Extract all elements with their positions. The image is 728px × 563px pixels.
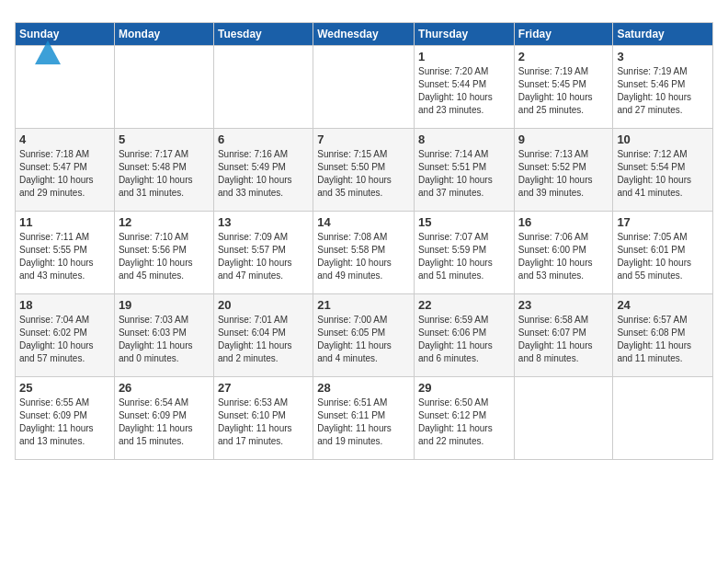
day-number: 3 bbox=[617, 50, 709, 63]
calendar-week-4: 18Sunrise: 7:04 AM Sunset: 6:02 PM Dayli… bbox=[16, 294, 713, 377]
weekday-header-saturday: Saturday bbox=[613, 23, 713, 46]
day-number: 2 bbox=[518, 50, 609, 63]
calendar-cell: 3Sunrise: 7:19 AM Sunset: 5:46 PM Daylig… bbox=[613, 46, 713, 129]
day-info: Sunrise: 6:50 AM Sunset: 6:12 PM Dayligh… bbox=[418, 396, 510, 448]
day-info: Sunrise: 7:19 AM Sunset: 5:46 PM Dayligh… bbox=[617, 65, 709, 117]
day-info: Sunrise: 7:06 AM Sunset: 6:00 PM Dayligh… bbox=[518, 231, 609, 282]
logo bbox=[29, 37, 70, 77]
calendar-cell bbox=[514, 377, 613, 460]
day-number: 22 bbox=[418, 298, 510, 312]
day-info: Sunrise: 6:55 AM Sunset: 6:09 PM Dayligh… bbox=[19, 396, 110, 448]
day-info: Sunrise: 7:14 AM Sunset: 5:51 PM Dayligh… bbox=[418, 148, 510, 200]
calendar-cell: 7Sunrise: 7:15 AM Sunset: 5:50 PM Daylig… bbox=[313, 129, 415, 212]
calendar-week-3: 11Sunrise: 7:11 AM Sunset: 5:55 PM Dayli… bbox=[16, 212, 713, 294]
calendar-cell bbox=[613, 377, 713, 460]
day-info: Sunrise: 7:11 AM Sunset: 5:55 PM Dayligh… bbox=[19, 231, 110, 282]
day-number: 9 bbox=[518, 132, 609, 146]
day-number: 29 bbox=[418, 381, 510, 395]
calendar-week-2: 4Sunrise: 7:18 AM Sunset: 5:47 PM Daylig… bbox=[16, 129, 713, 212]
day-info: Sunrise: 7:17 AM Sunset: 5:48 PM Dayligh… bbox=[119, 148, 210, 200]
calendar-cell: 27Sunrise: 6:53 AM Sunset: 6:10 PM Dayli… bbox=[213, 377, 313, 460]
calendar-cell bbox=[114, 46, 213, 129]
calendar-cell: 2Sunrise: 7:19 AM Sunset: 5:45 PM Daylig… bbox=[514, 46, 613, 129]
day-number: 20 bbox=[218, 298, 309, 312]
weekday-header-wednesday: Wednesday bbox=[313, 23, 415, 46]
day-number: 11 bbox=[19, 215, 110, 229]
calendar-cell: 11Sunrise: 7:11 AM Sunset: 5:55 PM Dayli… bbox=[16, 212, 115, 294]
day-number: 19 bbox=[119, 298, 210, 312]
calendar-cell: 6Sunrise: 7:16 AM Sunset: 5:49 PM Daylig… bbox=[213, 129, 313, 212]
day-number: 12 bbox=[119, 215, 210, 229]
day-number: 27 bbox=[218, 381, 309, 395]
day-info: Sunrise: 7:05 AM Sunset: 6:01 PM Dayligh… bbox=[617, 231, 709, 282]
day-info: Sunrise: 7:12 AM Sunset: 5:54 PM Dayligh… bbox=[617, 148, 709, 200]
calendar-cell: 26Sunrise: 6:54 AM Sunset: 6:09 PM Dayli… bbox=[114, 377, 213, 460]
calendar-cell: 23Sunrise: 6:58 AM Sunset: 6:07 PM Dayli… bbox=[514, 294, 613, 377]
day-number: 14 bbox=[317, 215, 410, 229]
weekday-header-tuesday: Tuesday bbox=[213, 23, 313, 46]
calendar-cell: 20Sunrise: 7:01 AM Sunset: 6:04 PM Dayli… bbox=[213, 294, 313, 377]
day-info: Sunrise: 7:09 AM Sunset: 5:57 PM Dayligh… bbox=[218, 231, 309, 282]
day-info: Sunrise: 7:10 AM Sunset: 5:56 PM Dayligh… bbox=[119, 231, 210, 282]
weekday-header-thursday: Thursday bbox=[415, 23, 515, 46]
calendar-cell: 17Sunrise: 7:05 AM Sunset: 6:01 PM Dayli… bbox=[613, 212, 713, 294]
day-info: Sunrise: 7:04 AM Sunset: 6:02 PM Dayligh… bbox=[19, 314, 110, 365]
calendar-cell: 22Sunrise: 6:59 AM Sunset: 6:06 PM Dayli… bbox=[415, 294, 515, 377]
calendar-cell: 4Sunrise: 7:18 AM Sunset: 5:47 PM Daylig… bbox=[16, 129, 115, 212]
day-number: 17 bbox=[617, 215, 709, 229]
weekday-header-row: SundayMondayTuesdayWednesdayThursdayFrid… bbox=[16, 23, 713, 46]
calendar-cell: 8Sunrise: 7:14 AM Sunset: 5:51 PM Daylig… bbox=[415, 129, 515, 212]
calendar-cell bbox=[213, 46, 313, 129]
day-info: Sunrise: 6:53 AM Sunset: 6:10 PM Dayligh… bbox=[218, 396, 309, 448]
day-number: 28 bbox=[317, 381, 410, 395]
calendar-table: SundayMondayTuesdayWednesdayThursdayFrid… bbox=[15, 22, 713, 460]
day-number: 6 bbox=[218, 132, 309, 146]
day-number: 26 bbox=[119, 381, 210, 395]
calendar-cell: 14Sunrise: 7:08 AM Sunset: 5:58 PM Dayli… bbox=[313, 212, 415, 294]
day-info: Sunrise: 7:16 AM Sunset: 5:49 PM Dayligh… bbox=[218, 148, 309, 200]
day-number: 21 bbox=[317, 298, 410, 312]
calendar-cell: 25Sunrise: 6:55 AM Sunset: 6:09 PM Dayli… bbox=[16, 377, 115, 460]
svg-marker-0 bbox=[35, 40, 61, 64]
logo-icon bbox=[29, 37, 66, 74]
day-info: Sunrise: 6:58 AM Sunset: 6:07 PM Dayligh… bbox=[518, 314, 609, 365]
day-number: 7 bbox=[317, 132, 410, 146]
day-info: Sunrise: 7:07 AM Sunset: 5:59 PM Dayligh… bbox=[418, 231, 510, 282]
day-number: 13 bbox=[218, 215, 309, 229]
calendar-cell: 28Sunrise: 6:51 AM Sunset: 6:11 PM Dayli… bbox=[313, 377, 415, 460]
day-number: 1 bbox=[418, 50, 510, 63]
calendar-cell: 18Sunrise: 7:04 AM Sunset: 6:02 PM Dayli… bbox=[16, 294, 115, 377]
calendar-cell bbox=[313, 46, 415, 129]
calendar-week-5: 25Sunrise: 6:55 AM Sunset: 6:09 PM Dayli… bbox=[16, 377, 713, 460]
day-info: Sunrise: 7:00 AM Sunset: 6:05 PM Dayligh… bbox=[317, 314, 410, 365]
day-number: 4 bbox=[19, 132, 110, 146]
day-info: Sunrise: 7:03 AM Sunset: 6:03 PM Dayligh… bbox=[119, 314, 210, 365]
calendar-cell: 29Sunrise: 6:50 AM Sunset: 6:12 PM Dayli… bbox=[415, 377, 515, 460]
calendar-cell: 12Sunrise: 7:10 AM Sunset: 5:56 PM Dayli… bbox=[114, 212, 213, 294]
day-number: 25 bbox=[19, 381, 110, 395]
calendar-cell: 16Sunrise: 7:06 AM Sunset: 6:00 PM Dayli… bbox=[514, 212, 613, 294]
calendar-cell: 19Sunrise: 7:03 AM Sunset: 6:03 PM Dayli… bbox=[114, 294, 213, 377]
day-number: 8 bbox=[418, 132, 510, 146]
day-info: Sunrise: 7:20 AM Sunset: 5:44 PM Dayligh… bbox=[418, 65, 510, 117]
day-number: 18 bbox=[19, 298, 110, 312]
day-info: Sunrise: 6:59 AM Sunset: 6:06 PM Dayligh… bbox=[418, 314, 510, 365]
calendar-cell: 1Sunrise: 7:20 AM Sunset: 5:44 PM Daylig… bbox=[415, 46, 515, 129]
day-number: 5 bbox=[119, 132, 210, 146]
day-info: Sunrise: 6:54 AM Sunset: 6:09 PM Dayligh… bbox=[119, 396, 210, 448]
calendar-cell: 21Sunrise: 7:00 AM Sunset: 6:05 PM Dayli… bbox=[313, 294, 415, 377]
day-info: Sunrise: 7:19 AM Sunset: 5:45 PM Dayligh… bbox=[518, 65, 609, 117]
day-info: Sunrise: 7:15 AM Sunset: 5:50 PM Dayligh… bbox=[317, 148, 410, 200]
day-info: Sunrise: 6:57 AM Sunset: 6:08 PM Dayligh… bbox=[617, 314, 709, 365]
calendar-cell: 9Sunrise: 7:13 AM Sunset: 5:52 PM Daylig… bbox=[514, 129, 613, 212]
day-info: Sunrise: 7:13 AM Sunset: 5:52 PM Dayligh… bbox=[518, 148, 609, 200]
weekday-header-friday: Friday bbox=[514, 23, 613, 46]
day-info: Sunrise: 7:18 AM Sunset: 5:47 PM Dayligh… bbox=[19, 148, 110, 200]
day-number: 23 bbox=[518, 298, 609, 312]
day-number: 15 bbox=[418, 215, 510, 229]
day-info: Sunrise: 7:08 AM Sunset: 5:58 PM Dayligh… bbox=[317, 231, 410, 282]
calendar-cell: 13Sunrise: 7:09 AM Sunset: 5:57 PM Dayli… bbox=[213, 212, 313, 294]
calendar-cell: 10Sunrise: 7:12 AM Sunset: 5:54 PM Dayli… bbox=[613, 129, 713, 212]
day-info: Sunrise: 6:51 AM Sunset: 6:11 PM Dayligh… bbox=[317, 396, 410, 448]
calendar-week-1: 1Sunrise: 7:20 AM Sunset: 5:44 PM Daylig… bbox=[16, 46, 713, 129]
